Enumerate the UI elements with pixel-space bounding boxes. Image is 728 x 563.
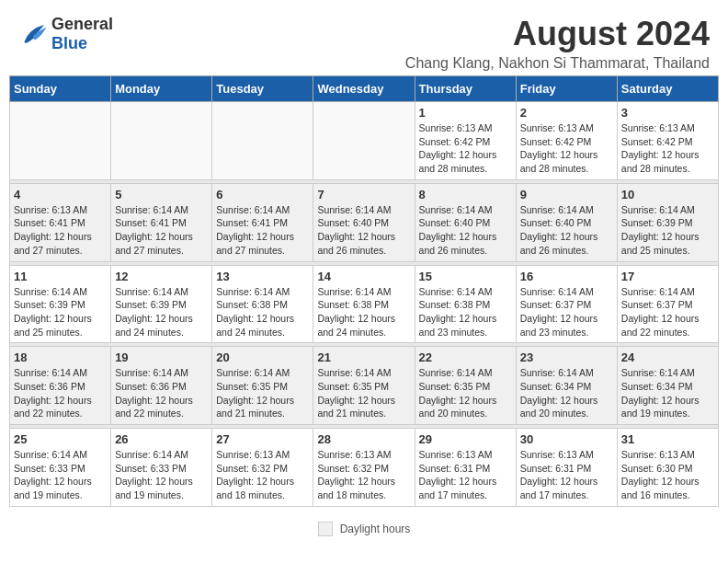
day-info: Sunrise: 6:14 AM Sunset: 6:41 PM Dayligh… bbox=[216, 203, 309, 258]
col-friday: Friday bbox=[516, 76, 617, 102]
day-info: Sunrise: 6:14 AM Sunset: 6:34 PM Dayligh… bbox=[621, 366, 714, 420]
day-number: 15 bbox=[419, 270, 512, 283]
day-info: Sunrise: 6:14 AM Sunset: 6:39 PM Dayligh… bbox=[115, 285, 208, 339]
day-number: 28 bbox=[317, 432, 410, 446]
table-row: 13Sunrise: 6:14 AM Sunset: 6:38 PM Dayli… bbox=[212, 265, 313, 343]
table-row: 20Sunrise: 6:14 AM Sunset: 6:35 PM Dayli… bbox=[212, 347, 313, 425]
day-number: 4 bbox=[14, 188, 107, 201]
col-wednesday: Wednesday bbox=[313, 76, 415, 102]
table-row: 9Sunrise: 6:14 AM Sunset: 6:40 PM Daylig… bbox=[516, 183, 617, 261]
title-section: August 2024 Chang Klang, Nakhon Si Thamm… bbox=[405, 15, 710, 72]
col-saturday: Saturday bbox=[617, 76, 718, 102]
day-info: Sunrise: 6:14 AM Sunset: 6:37 PM Dayligh… bbox=[520, 285, 613, 339]
day-info: Sunrise: 6:14 AM Sunset: 6:36 PM Dayligh… bbox=[14, 366, 107, 420]
day-number: 19 bbox=[115, 350, 208, 364]
legend: Daylight hours bbox=[0, 516, 728, 544]
table-row: 4Sunrise: 6:13 AM Sunset: 6:41 PM Daylig… bbox=[10, 183, 111, 261]
table-row: 15Sunrise: 6:14 AM Sunset: 6:38 PM Dayli… bbox=[415, 265, 516, 343]
calendar-week-5: 25Sunrise: 6:14 AM Sunset: 6:33 PM Dayli… bbox=[10, 429, 719, 507]
table-row: 3Sunrise: 6:13 AM Sunset: 6:42 PM Daylig… bbox=[617, 102, 718, 180]
col-thursday: Thursday bbox=[415, 76, 516, 102]
logo-blue: Blue bbox=[51, 34, 87, 52]
col-sunday: Sunday bbox=[10, 76, 111, 102]
table-row bbox=[212, 102, 313, 180]
day-info: Sunrise: 6:13 AM Sunset: 6:42 PM Dayligh… bbox=[520, 121, 613, 176]
col-tuesday: Tuesday bbox=[212, 76, 313, 102]
table-row bbox=[111, 102, 212, 180]
logo: General Blue bbox=[18, 15, 113, 53]
day-info: Sunrise: 6:14 AM Sunset: 6:36 PM Dayligh… bbox=[115, 366, 208, 420]
day-number: 2 bbox=[520, 106, 613, 120]
day-number: 23 bbox=[520, 350, 613, 364]
table-row: 26Sunrise: 6:14 AM Sunset: 6:33 PM Dayli… bbox=[111, 429, 212, 507]
day-info: Sunrise: 6:14 AM Sunset: 6:35 PM Dayligh… bbox=[216, 366, 309, 420]
col-monday: Monday bbox=[111, 76, 212, 102]
day-number: 16 bbox=[520, 270, 613, 283]
day-number: 22 bbox=[419, 350, 512, 364]
day-number: 3 bbox=[621, 106, 714, 120]
day-number: 18 bbox=[14, 350, 107, 364]
day-info: Sunrise: 6:13 AM Sunset: 6:42 PM Dayligh… bbox=[419, 121, 512, 176]
table-row: 2Sunrise: 6:13 AM Sunset: 6:42 PM Daylig… bbox=[516, 102, 617, 180]
calendar-week-1: 1Sunrise: 6:13 AM Sunset: 6:42 PM Daylig… bbox=[10, 102, 719, 180]
calendar-week-2: 4Sunrise: 6:13 AM Sunset: 6:41 PM Daylig… bbox=[10, 183, 719, 261]
day-info: Sunrise: 6:13 AM Sunset: 6:31 PM Dayligh… bbox=[419, 448, 512, 502]
table-row: 14Sunrise: 6:14 AM Sunset: 6:38 PM Dayli… bbox=[313, 265, 415, 343]
table-row: 16Sunrise: 6:14 AM Sunset: 6:37 PM Dayli… bbox=[516, 265, 617, 343]
day-info: Sunrise: 6:14 AM Sunset: 6:35 PM Dayligh… bbox=[419, 366, 512, 420]
day-info: Sunrise: 6:14 AM Sunset: 6:33 PM Dayligh… bbox=[14, 448, 107, 502]
day-info: Sunrise: 6:14 AM Sunset: 6:39 PM Dayligh… bbox=[14, 285, 107, 339]
day-info: Sunrise: 6:13 AM Sunset: 6:32 PM Dayligh… bbox=[317, 448, 410, 502]
day-info: Sunrise: 6:13 AM Sunset: 6:41 PM Dayligh… bbox=[14, 203, 107, 258]
day-number: 9 bbox=[520, 188, 613, 201]
day-number: 14 bbox=[317, 270, 410, 283]
table-row: 10Sunrise: 6:14 AM Sunset: 6:39 PM Dayli… bbox=[617, 183, 718, 261]
location: Chang Klang, Nakhon Si Thammarat, Thaila… bbox=[405, 55, 710, 72]
day-info: Sunrise: 6:14 AM Sunset: 6:39 PM Dayligh… bbox=[621, 203, 714, 258]
table-row: 21Sunrise: 6:14 AM Sunset: 6:35 PM Dayli… bbox=[313, 347, 415, 425]
legend-label: Daylight hours bbox=[340, 523, 411, 535]
day-info: Sunrise: 6:13 AM Sunset: 6:30 PM Dayligh… bbox=[621, 448, 714, 502]
table-row: 1Sunrise: 6:13 AM Sunset: 6:42 PM Daylig… bbox=[415, 102, 516, 180]
table-row: 27Sunrise: 6:13 AM Sunset: 6:32 PM Dayli… bbox=[212, 429, 313, 507]
day-info: Sunrise: 6:14 AM Sunset: 6:35 PM Dayligh… bbox=[317, 366, 410, 420]
day-info: Sunrise: 6:14 AM Sunset: 6:41 PM Dayligh… bbox=[115, 203, 208, 258]
table-row: 5Sunrise: 6:14 AM Sunset: 6:41 PM Daylig… bbox=[111, 183, 212, 261]
day-info: Sunrise: 6:14 AM Sunset: 6:38 PM Dayligh… bbox=[419, 285, 512, 339]
day-info: Sunrise: 6:14 AM Sunset: 6:38 PM Dayligh… bbox=[317, 285, 410, 339]
day-number: 27 bbox=[216, 432, 309, 446]
day-info: Sunrise: 6:13 AM Sunset: 6:32 PM Dayligh… bbox=[216, 448, 309, 502]
day-number: 12 bbox=[115, 270, 208, 283]
day-number: 24 bbox=[621, 350, 714, 364]
table-row: 22Sunrise: 6:14 AM Sunset: 6:35 PM Dayli… bbox=[415, 347, 516, 425]
day-number: 13 bbox=[216, 270, 309, 283]
day-info: Sunrise: 6:13 AM Sunset: 6:31 PM Dayligh… bbox=[520, 448, 613, 502]
table-row: 11Sunrise: 6:14 AM Sunset: 6:39 PM Dayli… bbox=[10, 265, 111, 343]
table-row: 24Sunrise: 6:14 AM Sunset: 6:34 PM Dayli… bbox=[617, 347, 718, 425]
day-number: 11 bbox=[14, 270, 107, 283]
day-info: Sunrise: 6:14 AM Sunset: 6:40 PM Dayligh… bbox=[317, 203, 410, 258]
table-row: 29Sunrise: 6:13 AM Sunset: 6:31 PM Dayli… bbox=[415, 429, 516, 507]
table-row bbox=[313, 102, 415, 180]
day-number: 25 bbox=[14, 432, 107, 446]
day-number: 29 bbox=[419, 432, 512, 446]
table-row: 19Sunrise: 6:14 AM Sunset: 6:36 PM Dayli… bbox=[111, 347, 212, 425]
table-row: 12Sunrise: 6:14 AM Sunset: 6:39 PM Dayli… bbox=[111, 265, 212, 343]
table-row: 6Sunrise: 6:14 AM Sunset: 6:41 PM Daylig… bbox=[212, 183, 313, 261]
table-row: 8Sunrise: 6:14 AM Sunset: 6:40 PM Daylig… bbox=[415, 183, 516, 261]
table-row: 17Sunrise: 6:14 AM Sunset: 6:37 PM Dayli… bbox=[617, 265, 718, 343]
calendar-table: Sunday Monday Tuesday Wednesday Thursday… bbox=[9, 75, 719, 507]
table-row: 23Sunrise: 6:14 AM Sunset: 6:34 PM Dayli… bbox=[516, 347, 617, 425]
day-number: 31 bbox=[621, 432, 714, 446]
day-number: 1 bbox=[419, 106, 512, 120]
table-row bbox=[10, 102, 111, 180]
table-row: 7Sunrise: 6:14 AM Sunset: 6:40 PM Daylig… bbox=[313, 183, 415, 261]
table-row: 30Sunrise: 6:13 AM Sunset: 6:31 PM Dayli… bbox=[516, 429, 617, 507]
day-info: Sunrise: 6:13 AM Sunset: 6:42 PM Dayligh… bbox=[621, 121, 714, 176]
day-number: 7 bbox=[317, 188, 410, 201]
calendar-week-4: 18Sunrise: 6:14 AM Sunset: 6:36 PM Dayli… bbox=[10, 347, 719, 425]
day-info: Sunrise: 6:14 AM Sunset: 6:40 PM Dayligh… bbox=[520, 203, 613, 258]
logo-text: General Blue bbox=[51, 15, 113, 53]
logo-general: General bbox=[51, 15, 113, 33]
day-number: 5 bbox=[115, 188, 208, 201]
